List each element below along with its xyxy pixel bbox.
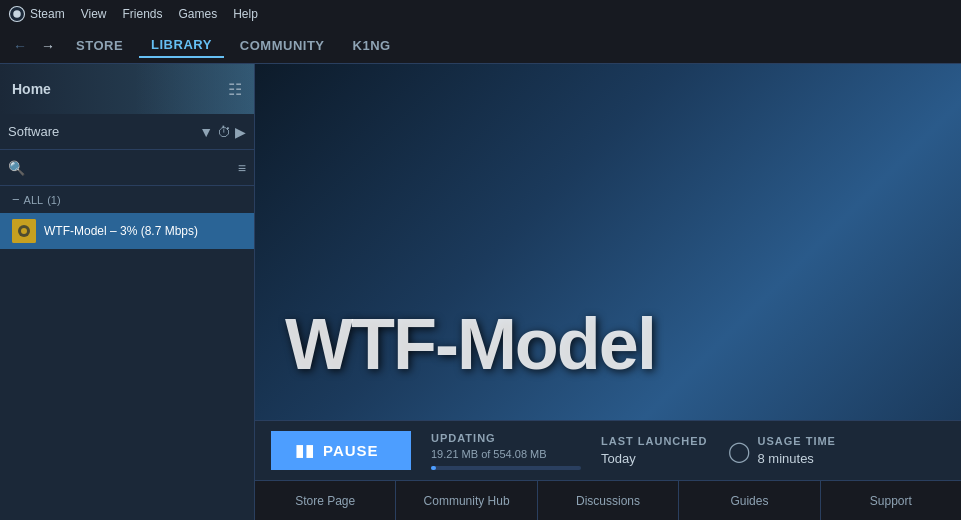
search-icon: 🔍 [8, 160, 25, 176]
help-label: Help [233, 7, 258, 21]
help-menu[interactable]: Help [233, 7, 258, 21]
nav-bar: ← → STORE LIBRARY COMMUNITY K1NG [0, 28, 961, 64]
nav-user[interactable]: K1NG [341, 34, 403, 57]
games-label: Games [179, 7, 218, 21]
play-icon[interactable]: ▶ [235, 124, 246, 140]
games-menu[interactable]: Games [179, 7, 218, 21]
last-launched-label: LAST LAUNCHED [601, 435, 708, 447]
view-label: View [81, 7, 107, 21]
pause-icon: ▮▮ [295, 441, 315, 460]
search-row: 🔍 ≡ [0, 150, 254, 186]
pause-button[interactable]: ▮▮ PAUSE [271, 431, 411, 470]
wtf-model-icon [12, 219, 36, 243]
progress-bar-fill [431, 466, 436, 470]
game-title: WTF-Model [285, 308, 655, 380]
all-label: ALL [24, 194, 44, 206]
svg-point-4 [21, 228, 27, 234]
category-row: Software ▼ ⏱ ▶ [0, 114, 254, 150]
pause-label: PAUSE [323, 442, 379, 459]
friends-menu[interactable]: Friends [122, 7, 162, 21]
all-count: (1) [47, 194, 60, 206]
game-hero: WTF-Model [255, 64, 961, 420]
bottom-tab-2[interactable]: Discussions [538, 481, 679, 520]
bottom-tabs: Store PageCommunity HubDiscussionsGuides… [255, 480, 961, 520]
steam-label: Steam [30, 7, 65, 21]
updating-label: UPDATING [431, 432, 581, 444]
back-button[interactable]: ← [8, 34, 32, 58]
update-info: UPDATING 19.21 MB of 554.08 MB [431, 432, 581, 470]
last-launched-group: LAST LAUNCHED Today [601, 435, 708, 466]
item-icon [12, 219, 36, 243]
clock-icon: ◯ [728, 439, 750, 463]
usage-time-label: USAGE TIME [758, 435, 836, 447]
steam-logo-icon [8, 5, 26, 23]
home-label: Home [12, 81, 51, 97]
view-menu[interactable]: View [81, 7, 107, 21]
filter-icon[interactable]: ≡ [238, 160, 246, 176]
nav-library[interactable]: LIBRARY [139, 33, 224, 58]
svg-point-1 [13, 10, 21, 18]
home-row[interactable]: Home ☷ [0, 64, 254, 114]
usage-time-group: ◯ USAGE TIME 8 minutes [728, 435, 836, 466]
collapse-icon[interactable]: − [12, 192, 20, 207]
progress-text: 19.21 MB of 554.08 MB [431, 448, 581, 460]
friends-label: Friends [122, 7, 162, 21]
menu-bar: Steam View Friends Games Help [0, 0, 961, 28]
grid-view-icon: ☷ [228, 80, 242, 99]
nav-store[interactable]: STORE [64, 34, 135, 57]
chevron-down-icon: ▼ [199, 124, 213, 140]
progress-bar-container [431, 466, 581, 470]
nav-community[interactable]: COMMUNITY [228, 34, 337, 57]
usage-time-value: 8 minutes [758, 451, 836, 466]
bottom-tab-0[interactable]: Store Page [255, 481, 396, 520]
bottom-tab-3[interactable]: Guides [679, 481, 820, 520]
bottom-tab-1[interactable]: Community Hub [396, 481, 537, 520]
last-launched-value: Today [601, 451, 708, 466]
recent-icon[interactable]: ⏱ [217, 124, 231, 140]
sidebar: Home ☷ Software ▼ ⏱ ▶ 🔍 ≡ − ALL (1) [0, 64, 255, 520]
item-name: WTF-Model – 3% (8.7 Mbps) [44, 224, 198, 238]
usage-stat: USAGE TIME 8 minutes [758, 435, 836, 466]
forward-button[interactable]: → [36, 34, 60, 58]
action-bar: ▮▮ PAUSE UPDATING 19.21 MB of 554.08 MB … [255, 420, 961, 480]
search-input[interactable] [29, 160, 234, 175]
category-select[interactable]: Software [8, 124, 195, 139]
bottom-tab-4[interactable]: Support [821, 481, 961, 520]
steam-menu[interactable]: Steam [8, 5, 65, 23]
all-section: − ALL (1) [0, 186, 254, 213]
content-area: WTF-Model ▮▮ PAUSE UPDATING 19.21 MB of … [255, 64, 961, 520]
library-item[interactable]: WTF-Model – 3% (8.7 Mbps) [0, 213, 254, 249]
main-layout: Home ☷ Software ▼ ⏱ ▶ 🔍 ≡ − ALL (1) [0, 64, 961, 520]
